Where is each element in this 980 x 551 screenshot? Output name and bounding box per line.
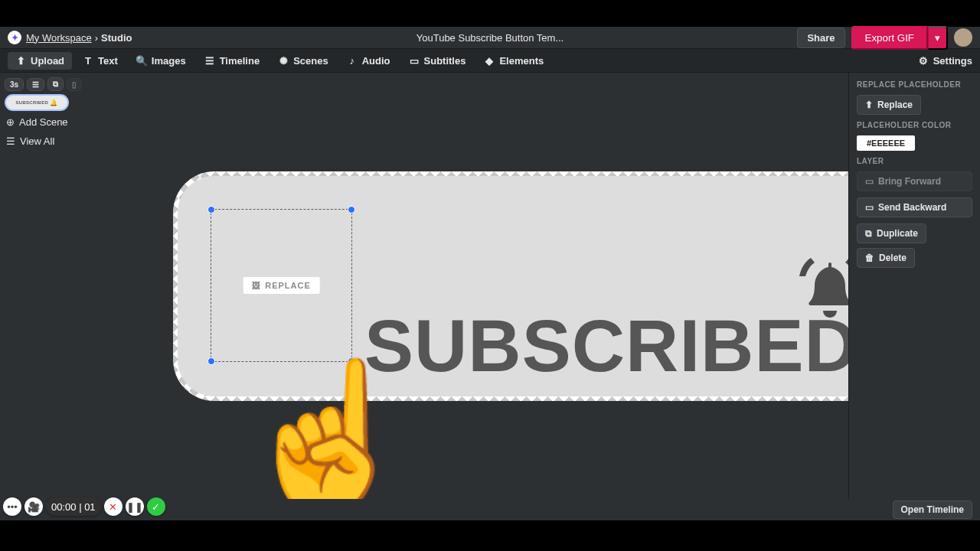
timeline-label: Timeline (220, 55, 260, 67)
layer-section-label: LAYER (857, 157, 972, 165)
replace-section-label: REPLACE PLACEHOLDER (857, 80, 972, 89)
studio-label: Studio (101, 32, 132, 44)
bell-icon[interactable] (792, 249, 848, 325)
text-label: Text (98, 55, 118, 67)
share-button[interactable]: Share (797, 28, 844, 48)
text-tool[interactable]: T Text (75, 52, 126, 70)
duplicate-label: Duplicate (877, 228, 918, 239)
delete-label: Delete (879, 253, 906, 263)
audio-icon: ♪ (347, 55, 358, 66)
body: 3s ☰ ⧉ ▯ SUBSCRIBED 🔔 ⊕ Add Scene ☰ View… (0, 73, 980, 499)
settings-button[interactable]: ⚙ Settings (918, 55, 972, 67)
search-icon: 🔍 (136, 55, 147, 66)
bring-forward-label: Bring Forward (878, 176, 941, 187)
image-icon: 🖼 (252, 281, 261, 290)
breadcrumb: My Workspace›Studio (26, 32, 132, 44)
elements-label: Elements (499, 55, 544, 67)
scenes-sidebar: 3s ☰ ⧉ ▯ SUBSCRIBED 🔔 ⊕ Add Scene ☰ View… (0, 73, 77, 499)
replace-chip[interactable]: 🖼 REPLACE (242, 276, 321, 295)
handle-bl[interactable] (207, 357, 215, 365)
subtitles-icon: ▭ (409, 55, 420, 66)
copy-icon: ⧉ (865, 228, 872, 239)
plus-icon: ⊕ (6, 116, 15, 128)
main-toolbar: ⬆ Upload T Text 🔍 Images ☰ Timeline ✺ Sc… (0, 48, 980, 73)
app-logo: ✦ (8, 31, 21, 44)
settings-label: Settings (933, 55, 972, 67)
avatar[interactable] (954, 28, 972, 47)
rec-time-badge: 00:00 | 01 (46, 497, 101, 516)
scene-thumb-text: SUBSCRIBED (16, 100, 49, 105)
open-timeline-button[interactable]: Open Timeline (893, 500, 972, 519)
handle-tl[interactable] (207, 206, 215, 214)
scenes-label: Scenes (293, 55, 328, 67)
rec-camera-button[interactable]: 🎥 (24, 497, 43, 516)
filter-icon[interactable]: ☰ (27, 78, 44, 91)
layer-down-icon: ▭ (865, 202, 874, 213)
bell-icon: 🔔 (50, 99, 57, 106)
view-all-label: View All (20, 135, 54, 147)
text-icon: T (83, 55, 93, 66)
handle-tr[interactable] (348, 206, 355, 214)
selection-box[interactable]: 🖼 REPLACE (211, 209, 352, 362)
rec-menu-button[interactable]: ••• (3, 497, 21, 516)
scenes-icon: ✺ (278, 55, 289, 66)
elements-icon: ◆ (484, 55, 495, 66)
subtitles-tool[interactable]: ▭ Subtitles (401, 52, 474, 70)
replace-button[interactable]: ⬆ Replace (857, 95, 921, 115)
delete-button[interactable]: 🗑 Delete (857, 248, 915, 268)
audio-tool[interactable]: ♪ Audio (339, 52, 398, 70)
subscribed-text[interactable]: SUBSCRIBED (364, 304, 848, 388)
color-input[interactable]: #EEEEEE (857, 135, 915, 151)
upload-icon: ⬆ (865, 99, 873, 110)
send-backward-label: Send Backward (878, 202, 946, 213)
layer-up-icon: ▭ (865, 176, 874, 187)
duplicate-button[interactable]: ⧉ Duplicate (857, 223, 926, 243)
scene-thumbnail[interactable]: SUBSCRIBED 🔔 (5, 94, 69, 111)
export-button[interactable]: Export GIF (851, 26, 928, 50)
export-caret-button[interactable]: ▾ (928, 26, 948, 50)
trash-icon: 🗑 (865, 253, 874, 263)
send-backward-button[interactable]: ▭ Send Backward (857, 197, 972, 217)
subtitles-label: Subtitles (424, 55, 466, 67)
timeline-tool[interactable]: ☰ Timeline (197, 52, 268, 70)
add-scene-label: Add Scene (19, 116, 68, 128)
doc-title[interactable]: YouTube Subscribe Button Tem... (416, 32, 564, 44)
upload-icon: ⬆ (15, 55, 26, 66)
audio-label: Audio (362, 55, 390, 67)
canvas-area[interactable]: SUBSCRIBED 🖼 REPLACE ☝️ (77, 73, 848, 499)
timeline-icon: ☰ (204, 55, 215, 66)
handle-br[interactable] (348, 357, 355, 365)
view-all-button[interactable]: ☰ View All (5, 133, 72, 149)
bring-forward-button[interactable]: ▭ Bring Forward (857, 171, 972, 191)
rec-close-button[interactable]: ✕ (104, 497, 122, 516)
images-label: Images (152, 55, 186, 67)
copy-icon[interactable]: ⧉ (47, 77, 64, 91)
elements-tool[interactable]: ◆ Elements (476, 52, 551, 70)
rec-pause-button[interactable]: ❚❚ (126, 497, 144, 516)
scenes-tool[interactable]: ✺ Scenes (270, 52, 336, 70)
color-section-label: PLACEHOLDER COLOR (857, 121, 972, 129)
upload-tool[interactable]: ⬆ Upload (8, 52, 72, 70)
list2-icon: ☰ (6, 135, 15, 147)
replace-chip-label: REPLACE (265, 281, 311, 290)
properties-sidebar: REPLACE PLACEHOLDER ⬆ Replace PLACEHOLDE… (848, 73, 980, 499)
replace-label: Replace (877, 99, 913, 110)
recording-toolbar: ••• 🎥 00:00 | 01 ✕ ❚❚ ✓ (3, 497, 165, 516)
add-scene-button[interactable]: ⊕ Add Scene (5, 114, 72, 130)
app-root: ✦ My Workspace›Studio YouTube Subscribe … (0, 27, 980, 520)
rec-confirm-button[interactable]: ✓ (147, 497, 165, 516)
upload-label: Upload (31, 55, 64, 67)
header-bar: ✦ My Workspace›Studio YouTube Subscribe … (0, 27, 980, 48)
scene-duration-pill[interactable]: 3s (5, 78, 24, 91)
images-tool[interactable]: 🔍 Images (129, 52, 194, 70)
workspace-link[interactable]: My Workspace (26, 32, 92, 44)
gear-icon: ⚙ (918, 55, 929, 66)
